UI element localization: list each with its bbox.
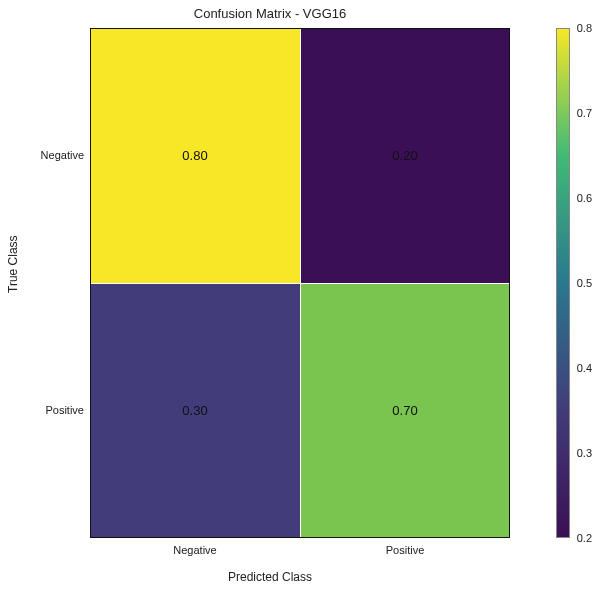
chart-title: Confusion Matrix - VGG16 [0, 6, 540, 21]
colorbar-tick: 0.5 [577, 277, 592, 289]
colorbar-tick: 0.4 [577, 362, 592, 374]
x-axis-label: Predicted Class [0, 570, 540, 584]
plot-frame [90, 28, 510, 538]
heatmap-plot: 0.80 0.20 0.30 0.70 [90, 28, 510, 538]
y-axis-label: True Class [6, 235, 20, 293]
y-tick-positive: Positive [0, 404, 84, 416]
colorbar-tick: 0.2 [577, 532, 592, 544]
y-tick-negative: Negative [0, 149, 84, 161]
colorbar-tick: 0.6 [577, 192, 592, 204]
colorbar-tick: 0.8 [577, 22, 592, 34]
colorbar-tick: 0.7 [577, 107, 592, 119]
confusion-matrix-figure: Confusion Matrix - VGG16 True Class Pred… [0, 0, 600, 592]
colorbar-tick: 0.3 [577, 447, 592, 459]
x-tick-positive: Positive [386, 544, 425, 556]
colorbar [556, 28, 570, 538]
x-tick-negative: Negative [173, 544, 216, 556]
